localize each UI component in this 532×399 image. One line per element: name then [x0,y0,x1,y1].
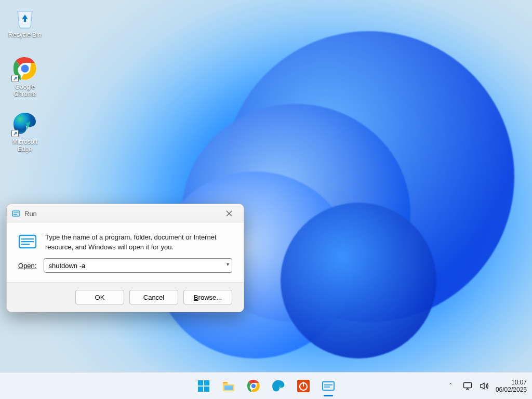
svg-rect-10 [198,380,203,385]
desktop-icon-label: Recycle Bin [8,31,41,38]
svg-rect-4 [14,212,19,213]
svg-rect-22 [324,384,332,385]
chrome-icon: ↗ [12,56,37,81]
chrome-icon [247,379,260,393]
chevron-up-icon: ˄ [449,382,453,390]
close-icon [226,210,232,217]
taskbar-time: 10:07 [496,379,527,386]
svg-rect-20 [303,382,304,387]
browse-button[interactable]: Browse... [183,290,232,304]
edge-icon: ↗ [12,111,37,136]
run-icon [322,379,335,393]
run-dialog-instructions: Type the name of a program, folder, docu… [45,232,232,252]
svg-rect-23 [324,387,330,388]
svg-rect-24 [463,382,471,388]
edge-icon [272,379,285,393]
run-open-label: Open: [18,262,36,270]
speaker-icon [480,381,489,391]
desktop-icon-recycle-bin[interactable]: Recycle Bin [4,4,46,38]
taskbar-start-button[interactable] [193,375,215,397]
close-button[interactable] [218,206,241,221]
taskbar-file-explorer[interactable] [218,375,240,397]
svg-rect-21 [323,382,334,390]
run-dialog-title: Run [24,210,37,218]
tray-network-button[interactable] [462,381,473,391]
run-dialog-titlebar[interactable]: Run [7,204,244,223]
tray-overflow-button[interactable]: ˄ [446,381,456,391]
svg-rect-7 [21,238,34,240]
svg-rect-9 [21,244,30,245]
desktop-icon-google-chrome[interactable]: ↗ Google Chrome [4,56,46,98]
desktop[interactable]: Recycle Bin ↗ Google Chrome ↗ [0,0,532,399]
monitor-icon [463,381,472,391]
cancel-button[interactable]: Cancel [129,290,178,304]
shortcut-arrow-icon: ↗ [11,130,19,137]
svg-rect-11 [204,380,209,385]
desktop-icon-label: Google Chrome [14,83,36,98]
taskbar-clock[interactable]: 10:07 06/02/2025 [496,379,527,393]
svg-rect-13 [204,387,209,392]
svg-rect-5 [14,214,17,215]
windows-icon [197,379,210,393]
folder-icon [221,379,236,393]
desktop-icon-microsoft-edge[interactable]: ↗ Microsoft Edge [4,111,46,153]
run-icon [12,209,20,218]
desktop-icon-label: Microsoft Edge [12,138,38,153]
svg-rect-8 [21,241,34,242]
run-dialog-icon [18,232,37,251]
run-dialog: Run Type the name of a program, folder, … [6,204,244,312]
taskbar-date: 06/02/2025 [496,386,527,393]
ok-button[interactable]: OK [75,290,124,304]
taskbar: ˄ 10:07 06/02/2025 [0,372,532,399]
svg-rect-12 [198,387,203,392]
taskbar-run[interactable] [317,375,339,397]
tray-volume-button[interactable] [479,381,489,391]
run-open-input[interactable] [44,258,232,273]
svg-rect-14 [224,385,233,390]
power-icon [297,379,310,393]
taskbar-google-chrome[interactable] [243,375,264,397]
taskbar-tray: ˄ 10:07 06/02/2025 [446,379,527,393]
shortcut-arrow-icon: ↗ [11,75,19,82]
svg-rect-3 [12,211,20,216]
run-dialog-button-row: OK Cancel Browse... [7,282,244,312]
taskbar-center [193,375,339,397]
taskbar-microsoft-edge[interactable] [268,375,289,397]
recycle-bin-icon [12,4,37,29]
taskbar-app-orange[interactable] [292,375,314,397]
